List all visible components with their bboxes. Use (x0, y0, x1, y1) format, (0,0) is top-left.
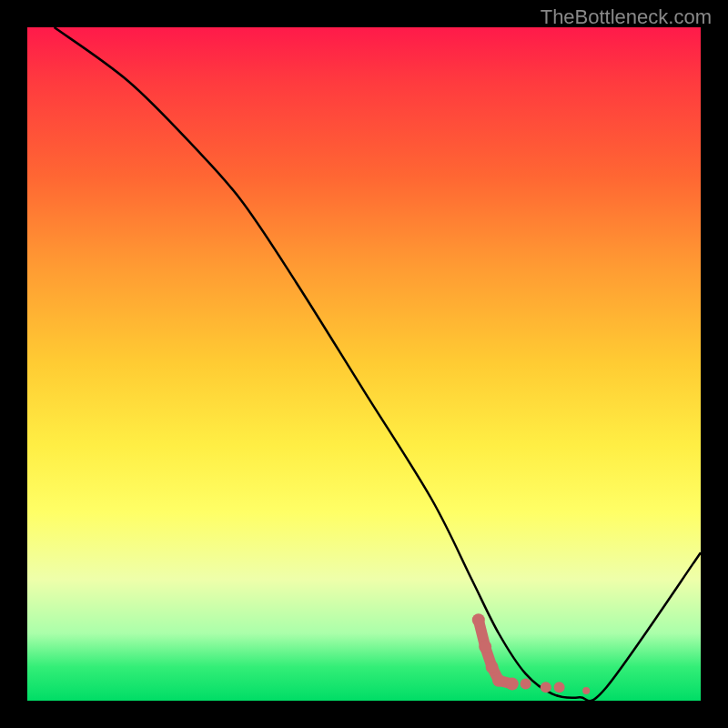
plot-area (27, 27, 701, 701)
watermark-text: TheBottleneck.com (541, 5, 712, 29)
marker-cluster (472, 613, 590, 694)
marker-dot (472, 613, 485, 626)
marker-dot (479, 641, 491, 653)
marker-dot (554, 682, 565, 693)
marker-dot (492, 674, 505, 687)
marker-dot (486, 661, 499, 673)
marker-dot (582, 687, 590, 694)
chart-svg (27, 27, 701, 701)
main-curve (55, 27, 701, 701)
marker-dot (521, 679, 531, 690)
marker-dot (506, 678, 519, 691)
marker-dot (541, 682, 551, 693)
